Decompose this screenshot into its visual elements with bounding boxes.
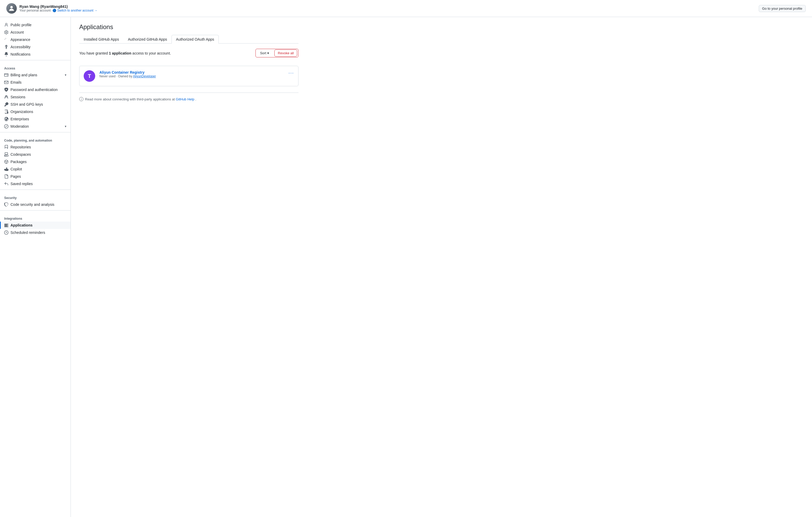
organizations-icon <box>4 110 8 114</box>
sidebar-label: Account <box>10 30 24 34</box>
sidebar-label: Applications <box>10 223 32 227</box>
sidebar-label: Scheduled reminders <box>10 231 45 235</box>
shield-lock-icon <box>4 88 8 92</box>
credit-card-icon <box>4 73 8 77</box>
sidebar-label: Code security and analysis <box>10 203 54 207</box>
sidebar-item-copilot[interactable]: Copilot <box>0 165 70 173</box>
switch-account-link[interactable]: Switch to another account → <box>57 9 97 12</box>
app-meta: Never used · Owned by AliyunDeveloper <box>99 74 284 78</box>
sidebar-label: Accessibility <box>10 45 30 49</box>
info-suffix: . <box>195 97 197 101</box>
app-info: Aliyun Container Registry Never used · O… <box>99 70 284 78</box>
app-meta-text: Never used · Owned by <box>99 74 132 78</box>
grant-count: 1 application <box>109 51 132 55</box>
codespaces-icon <box>4 152 8 156</box>
sidebar-item-sessions[interactable]: Sessions <box>0 93 70 101</box>
sidebar-divider-4 <box>0 210 70 211</box>
sidebar-label: Packages <box>10 160 27 164</box>
gear-icon <box>4 30 8 34</box>
sidebar-divider-1 <box>0 60 70 60</box>
book-icon <box>4 145 8 149</box>
grant-prefix: You have granted <box>79 51 109 55</box>
sidebar-item-organizations[interactable]: Organizations <box>0 108 70 115</box>
main-content: Applications Installed GitHub Apps Autho… <box>71 17 307 517</box>
sidebar-divider-2 <box>0 132 70 132</box>
sidebar-item-packages[interactable]: Packages <box>0 158 70 165</box>
user-info: Ryan Wang (RyanWang841) Your personal ac… <box>20 4 97 12</box>
info-icon: i <box>79 97 83 101</box>
sidebar-item-ssh-gpg[interactable]: SSH and GPG keys <box>0 101 70 108</box>
sidebar-item-enterprises[interactable]: Enterprises <box>0 115 70 123</box>
sidebar-label: Pages <box>10 174 21 179</box>
sidebar-label: Emails <box>10 80 22 84</box>
sidebar-label: Public profile <box>10 23 31 27</box>
sort-button[interactable]: Sort ▾ <box>257 50 272 56</box>
sidebar-divider-3 <box>0 189 70 190</box>
sidebar-item-account[interactable]: Account <box>0 29 70 36</box>
svg-point-0 <box>10 6 12 8</box>
sidebar: Public profile Account Appearance Access… <box>0 17 71 517</box>
sidebar-label: Repositories <box>10 145 31 149</box>
sidebar-item-moderation[interactable]: Moderation ▾ <box>0 123 70 130</box>
globe-icon <box>4 117 8 121</box>
personal-profile-button[interactable]: Go to your personal profile <box>759 5 806 12</box>
paintbrush-icon <box>4 37 8 42</box>
clock-icon <box>4 231 8 235</box>
file-icon <box>4 174 8 179</box>
code-section-label: Code, planning, and automation <box>0 134 70 144</box>
info-text: Read more about connecting with third-pa… <box>85 97 196 101</box>
moderation-icon <box>4 124 8 128</box>
sidebar-item-pages[interactable]: Pages <box>0 173 70 180</box>
sort-label: Sort <box>260 51 266 55</box>
reply-icon <box>4 182 8 186</box>
bell-icon <box>4 52 8 56</box>
shield-icon <box>4 203 8 207</box>
sidebar-label: SSH and GPG keys <box>10 102 43 107</box>
info-footer: i Read more about connecting with third-… <box>79 93 298 101</box>
app-name-link[interactable]: Aliyun Container Registry <box>99 70 145 74</box>
sidebar-item-codespaces[interactable]: Codespaces <box>0 151 70 158</box>
tab-authorized-github-apps[interactable]: Authorized GitHub Apps <box>123 35 172 43</box>
copilot-icon <box>4 167 8 171</box>
user-sub: Your personal account 🔵 Switch to anothe… <box>20 9 97 12</box>
page-title: Applications <box>79 23 298 31</box>
sidebar-label: Codespaces <box>10 152 31 156</box>
package-icon <box>4 160 8 164</box>
avatar <box>6 3 17 13</box>
sort-chevron-icon: ▾ <box>267 51 269 55</box>
sidebar-item-public-profile[interactable]: Public profile <box>0 21 70 29</box>
sidebar-label: Moderation <box>10 124 29 128</box>
sidebar-label: Password and authentication <box>10 88 58 92</box>
integrations-section-label: Integrations <box>0 213 70 221</box>
tab-installed-github-apps[interactable]: Installed GitHub Apps <box>79 35 123 43</box>
sidebar-item-applications[interactable]: Applications <box>0 221 70 229</box>
tab-authorized-oauth-apps[interactable]: Authorized OAuth Apps <box>172 35 219 43</box>
app-owner-link[interactable]: AliyunDeveloper <box>133 74 156 78</box>
sidebar-item-notifications[interactable]: Notifications <box>0 51 70 58</box>
sidebar-item-code-security[interactable]: Code security and analysis <box>0 201 70 208</box>
content-header: You have granted 1 application access to… <box>79 49 298 62</box>
sidebar-item-scheduled-reminders[interactable]: Scheduled reminders <box>0 229 70 236</box>
chevron-down-icon: ▾ <box>65 73 66 77</box>
sidebar-item-saved-replies[interactable]: Saved replies <box>0 180 70 187</box>
chevron-down-icon-2: ▾ <box>65 124 66 128</box>
key-icon <box>4 102 8 107</box>
app-card-aliyun: T Aliyun Container Registry Never used ·… <box>79 66 298 86</box>
header-actions: Sort ▾ Revoke all <box>256 49 298 57</box>
github-help-link[interactable]: GitHub Help <box>176 97 194 101</box>
app-more-button[interactable]: ··· <box>289 70 294 76</box>
topbar-user-section: Ryan Wang (RyanWang841) Your personal ac… <box>6 3 97 13</box>
sidebar-label: Copilot <box>10 167 22 171</box>
sidebar-label: Saved replies <box>10 182 33 186</box>
revoke-all-button[interactable]: Revoke all <box>274 50 297 57</box>
sidebar-item-billing[interactable]: Billing and plans ▾ <box>0 71 70 79</box>
grant-text: You have granted 1 application access to… <box>79 51 171 55</box>
tabs-bar: Installed GitHub Apps Authorized GitHub … <box>79 35 298 43</box>
sidebar-item-appearance[interactable]: Appearance <box>0 36 70 43</box>
access-section-label: Access <box>0 62 70 71</box>
sidebar-item-accessibility[interactable]: Accessibility <box>0 43 70 51</box>
sidebar-item-password[interactable]: Password and authentication <box>0 86 70 93</box>
sidebar-item-repositories[interactable]: Repositories <box>0 144 70 151</box>
security-section-label: Security <box>0 192 70 201</box>
sidebar-item-emails[interactable]: Emails <box>0 79 70 86</box>
